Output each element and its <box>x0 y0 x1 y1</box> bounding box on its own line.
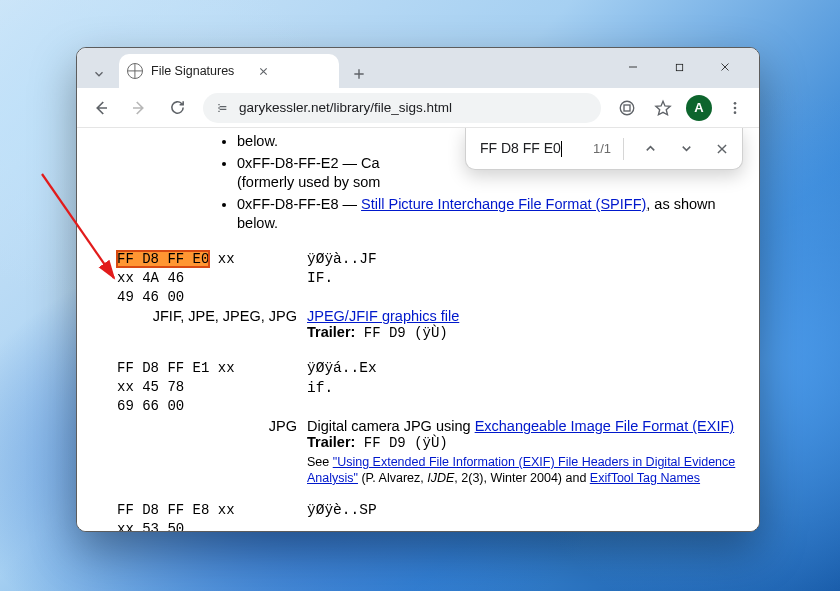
description: JPEG/JFIF graphics file Trailer: FF D9 (… <box>307 308 745 343</box>
reload-button[interactable] <box>161 92 193 124</box>
url-text: garykessler.net/library/file_sigs.html <box>239 100 452 115</box>
svg-point-5 <box>734 106 737 109</box>
signature-detail: JFIF, JPE, JPEG, JPG JPEG/JFIF graphics … <box>117 308 745 343</box>
browser-toolbar: garykessler.net/library/file_sigs.html A <box>77 88 759 128</box>
hex-bytes: FF D8 FF E1 xx xx 45 78 69 66 00 <box>117 359 297 416</box>
new-tab-button[interactable] <box>345 60 373 88</box>
ascii-repr: ÿØÿá..Ex if. <box>307 359 745 398</box>
signature-row: FF D8 FF E0 xx xx 4A 46 49 46 00 ÿØÿà..J… <box>117 250 745 307</box>
find-in-page-bar: FF D8 FF E0 1/1 <box>465 128 743 170</box>
hex-bytes: FF D8 FF E8 xx xx 53 50 <box>117 501 297 531</box>
svg-point-4 <box>734 102 737 105</box>
svg-rect-1 <box>676 64 682 70</box>
window-minimize-button[interactable] <box>611 52 655 82</box>
separator <box>623 138 624 160</box>
profile-button[interactable]: A <box>683 92 715 124</box>
window-maximize-button[interactable] <box>657 52 701 82</box>
forward-button[interactable] <box>123 92 155 124</box>
window-close-button[interactable] <box>703 52 747 82</box>
list-item: 0xFF-D8-FF-E8 — Still Picture Interchang… <box>237 195 745 234</box>
signature-row: FF D8 FF E1 xx xx 45 78 69 66 00 ÿØÿá..E… <box>117 359 745 416</box>
tab-title: File Signatures <box>151 64 234 78</box>
tab-close-button[interactable] <box>254 62 272 80</box>
trailer-label: Trailer: <box>307 434 355 450</box>
browser-menu-button[interactable] <box>719 92 751 124</box>
ascii-repr: ÿØÿè..SP <box>307 501 745 521</box>
tab-search-button[interactable] <box>85 60 113 88</box>
svg-point-6 <box>734 111 737 114</box>
site-settings-icon <box>215 100 231 116</box>
svg-point-2 <box>620 101 634 115</box>
address-bar[interactable]: garykessler.net/library/file_sigs.html <box>203 93 601 123</box>
browser-window: File Signatures <box>76 47 760 532</box>
trailer-label: Trailer: <box>307 324 355 340</box>
tab-strip: File Signatures <box>77 48 759 88</box>
back-button[interactable] <box>85 92 117 124</box>
description: Digital camera JPG using Exchangeable Im… <box>307 418 745 485</box>
tab-active[interactable]: File Signatures <box>119 54 339 88</box>
window-controls <box>611 52 751 88</box>
exiftool-link[interactable]: ExifTool Tag Names <box>590 471 700 485</box>
reader-mode-icon[interactable] <box>611 92 643 124</box>
ascii-repr: ÿØÿà..JF IF. <box>307 250 745 289</box>
find-next-button[interactable] <box>672 135 700 163</box>
bookmark-button[interactable] <box>647 92 679 124</box>
extension-label: JFIF, JPE, JPEG, JPG <box>117 308 297 324</box>
find-match-count: 1/1 <box>593 141 611 156</box>
page-content[interactable]: FF D8 FF E0 1/1 below. 0xFF-D8-FF-E2 — C… <box>77 128 759 531</box>
find-query-text[interactable]: FF D8 FF E0 <box>480 140 585 157</box>
hex-bytes: FF D8 FF E0 xx xx 4A 46 49 46 00 <box>117 250 297 307</box>
signature-detail: JPG Digital camera JPG using Exchangeabl… <box>117 418 745 485</box>
signature-row: FF D8 FF E8 xx xx 53 50 ÿØÿè..SP <box>117 501 745 531</box>
extension-label: JPG <box>117 418 297 434</box>
avatar-initial: A <box>694 100 703 115</box>
exif-link[interactable]: Exchangeable Image File Format (EXIF) <box>475 418 735 434</box>
globe-icon <box>127 63 143 79</box>
find-close-button[interactable] <box>708 135 736 163</box>
find-prev-button[interactable] <box>636 135 664 163</box>
spiff-link[interactable]: Still Picture Interchange File Format (S… <box>361 196 646 212</box>
avatar: A <box>686 95 712 121</box>
highlighted-bytes: FF D8 FF E0 <box>117 251 209 267</box>
jfif-link[interactable]: JPEG/JFIF graphics file <box>307 308 459 324</box>
svg-rect-3 <box>624 105 630 111</box>
